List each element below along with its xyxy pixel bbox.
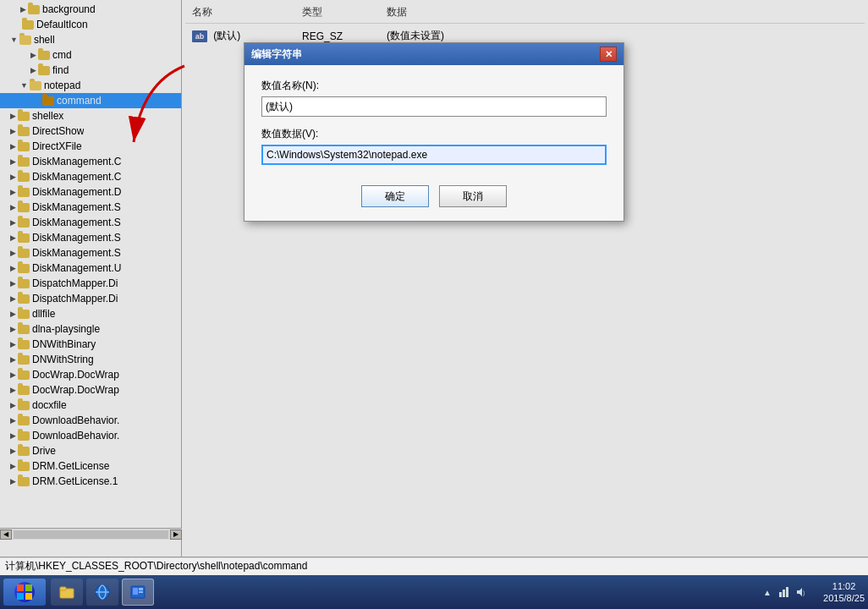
- taskbar-ie[interactable]: [86, 579, 118, 606]
- svg-rect-6: [60, 587, 66, 590]
- svg-rect-14: [779, 592, 782, 597]
- clock-display[interactable]: 11:02 2015/8/25: [823, 580, 865, 605]
- start-button[interactable]: [3, 579, 46, 606]
- svg-text:): ): [803, 590, 805, 596]
- system-tray: ▲ ): [759, 585, 810, 599]
- dialog-data-label: 数值数据(V):: [261, 127, 607, 141]
- tray-volume[interactable]: ): [794, 585, 808, 599]
- dialog-titlebar: 编辑字符串 ✕: [244, 43, 624, 65]
- taskbar: ▲ ) 11:02 2015/8/25: [0, 575, 868, 609]
- svg-rect-12: [139, 588, 143, 590]
- svg-rect-1: [17, 584, 24, 591]
- dialog-title: 编辑字符串: [251, 47, 600, 62]
- svg-rect-4: [25, 593, 32, 600]
- status-bar: 计算机\HKEY_CLASSES_ROOT\Directory\shell\no…: [0, 557, 868, 575]
- svg-rect-15: [783, 590, 785, 597]
- clock-date: 2015/8/25: [823, 592, 865, 604]
- taskbar-regedit[interactable]: [122, 579, 154, 606]
- svg-rect-3: [17, 593, 24, 600]
- dialog-buttons: 确定 取消: [261, 185, 607, 207]
- dialog-cancel-button[interactable]: 取消: [439, 185, 507, 207]
- svg-rect-2: [25, 584, 32, 591]
- taskbar-fileexplorer[interactable]: [51, 579, 83, 606]
- dialog-body: 数值名称(N): 数值数据(V): 确定 取消: [244, 65, 624, 221]
- edit-string-dialog: 编辑字符串 ✕ 数值名称(N): 数值数据(V): 确定 取消: [244, 42, 624, 222]
- svg-rect-11: [133, 588, 138, 595]
- windows-logo: [14, 582, 35, 602]
- dialog-name-input[interactable]: [261, 96, 607, 117]
- dialog-close-button[interactable]: ✕: [600, 47, 617, 62]
- svg-marker-17: [797, 588, 802, 596]
- status-path: 计算机\HKEY_CLASSES_ROOT\Directory\shell\no…: [5, 559, 307, 573]
- tray-network[interactable]: [777, 585, 791, 599]
- tray-arrow[interactable]: ▲: [761, 585, 774, 599]
- dialog-overlay: 编辑字符串 ✕ 数值名称(N): 数值数据(V): 确定 取消: [0, 0, 868, 558]
- svg-rect-13: [139, 591, 143, 593]
- taskbar-right: ▲ ) 11:02 2015/8/25: [759, 580, 865, 605]
- svg-rect-16: [786, 587, 788, 597]
- dialog-ok-button[interactable]: 确定: [361, 185, 429, 207]
- clock-time: 11:02: [823, 580, 865, 592]
- dialog-data-input[interactable]: [261, 145, 607, 165]
- dialog-name-label: 数值名称(N):: [261, 79, 607, 93]
